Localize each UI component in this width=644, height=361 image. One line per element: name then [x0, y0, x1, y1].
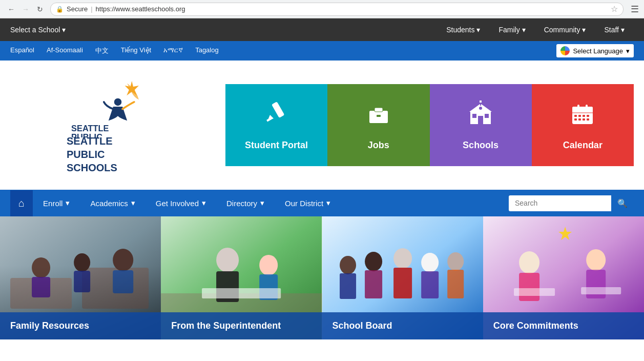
- svg-rect-5: [272, 102, 284, 118]
- academics-chevron: ▾: [131, 198, 135, 208]
- svg-point-41: [113, 249, 133, 271]
- lang-chinese[interactable]: 中文: [95, 46, 109, 55]
- our-district-chevron: ▾: [326, 198, 330, 208]
- logo-line3: SCHOOLS: [67, 161, 169, 174]
- url-separator: |: [91, 5, 92, 13]
- briefcase-icon: [364, 99, 393, 134]
- svg-rect-54: [365, 270, 382, 298]
- schools-label: Schools: [463, 140, 498, 151]
- svg-rect-52: [340, 273, 356, 299]
- search-button[interactable]: 🔍: [611, 195, 634, 211]
- svg-rect-19: [480, 101, 482, 103]
- svg-rect-29: [578, 118, 581, 121]
- top-nav-staff[interactable]: Staff ▾: [595, 19, 634, 40]
- lock-icon: 🔒: [56, 6, 64, 13]
- svg-rect-36: [82, 268, 149, 309]
- browser-chrome: ← → ↻ 🔒 Secure | https://www.seattlescho…: [0, 0, 644, 18]
- svg-rect-15: [472, 114, 476, 118]
- hero-section: SEATTLE PUBLIC SCHOOLS SEATTLE PUBLIC SC…: [0, 61, 644, 190]
- nav-get-involved[interactable]: Get Involved ▾: [146, 190, 216, 216]
- secure-label: Secure: [67, 5, 88, 13]
- sps-logo: SEATTLE PUBLIC SCHOOLS SEATTLE PUBLIC SC…: [67, 76, 169, 174]
- enroll-chevron: ▾: [66, 198, 70, 208]
- quick-access-tiles: Student Portal Jobs: [225, 84, 634, 166]
- address-bar[interactable]: 🔒 Secure | https://www.seattleschools.or…: [50, 3, 624, 16]
- lang-af-soomaali[interactable]: Af-Soomaali: [47, 46, 83, 55]
- lang-amharic[interactable]: አማርኛ: [163, 46, 183, 55]
- svg-rect-11: [377, 115, 381, 117]
- panel-family-resources: Family Resources: [0, 216, 161, 339]
- svg-point-59: [447, 252, 464, 271]
- svg-rect-35: [10, 278, 72, 309]
- panel-superintendent: From the Superintendent: [161, 216, 322, 339]
- svg-rect-28: [574, 118, 577, 121]
- svg-rect-22: [572, 110, 593, 113]
- calendar-label: Calendar: [563, 140, 603, 151]
- calendar-icon: [568, 99, 597, 134]
- svg-rect-27: [587, 115, 589, 117]
- svg-rect-63: [519, 273, 539, 301]
- svg-point-1: [114, 98, 122, 106]
- svg-text:SEATTLE: SEATTLE: [71, 124, 109, 133]
- back-button[interactable]: ←: [5, 3, 17, 15]
- school-board-label[interactable]: School Board: [322, 312, 483, 339]
- logo-section: SEATTLE PUBLIC SCHOOLS SEATTLE PUBLIC SC…: [10, 76, 225, 174]
- svg-point-53: [365, 252, 382, 271]
- pencil-icon: [262, 99, 291, 134]
- bookmark-icon[interactable]: ☆: [611, 4, 618, 14]
- svg-rect-16: [485, 114, 489, 118]
- svg-point-57: [421, 253, 439, 272]
- top-nav-community[interactable]: Community ▾: [535, 19, 595, 40]
- nav-our-district[interactable]: Our District ▾: [275, 190, 341, 216]
- google-translate-button[interactable]: Select Language ▾: [556, 44, 634, 57]
- nav-enroll[interactable]: Enroll ▾: [33, 190, 80, 216]
- home-button[interactable]: ⌂: [10, 190, 33, 216]
- core-commitments-label[interactable]: Core Commitments: [483, 312, 644, 339]
- svg-rect-32: [577, 105, 579, 109]
- tile-calendar[interactable]: Calendar: [532, 84, 634, 166]
- lang-espanol[interactable]: Español: [10, 46, 34, 55]
- svg-rect-40: [74, 271, 90, 292]
- svg-rect-14: [478, 116, 483, 124]
- svg-rect-49: [202, 288, 281, 298]
- svg-point-62: [519, 251, 539, 274]
- reload-button[interactable]: ↻: [34, 3, 46, 15]
- lang-vietnamese[interactable]: Tiếng Việt: [121, 46, 151, 55]
- svg-rect-58: [421, 271, 439, 298]
- search-wrap: 🔍: [509, 195, 634, 211]
- svg-rect-10: [375, 108, 383, 112]
- tile-student-portal[interactable]: Student Portal: [225, 84, 327, 166]
- language-bar: Español Af-Soomaali 中文 Tiếng Việt አማርኛ T…: [0, 41, 644, 61]
- svg-rect-42: [113, 270, 133, 293]
- search-icon: 🔍: [617, 198, 628, 208]
- select-language-arrow: ▾: [626, 47, 630, 55]
- forward-button[interactable]: →: [19, 3, 32, 15]
- nav-search-area: 🔍: [509, 195, 634, 211]
- search-input[interactable]: [509, 195, 611, 211]
- svg-rect-26: [583, 115, 585, 117]
- tile-jobs[interactable]: Jobs: [327, 84, 429, 166]
- nav-academics[interactable]: Academics ▾: [80, 190, 145, 216]
- svg-point-51: [340, 256, 356, 274]
- main-nav-bar: ⌂ Enroll ▾ Academics ▾ Get Involved ▾ Di…: [0, 190, 644, 216]
- svg-rect-17: [479, 107, 482, 110]
- panel-school-board: School Board: [322, 216, 483, 339]
- nav-directory[interactable]: Directory ▾: [216, 190, 275, 216]
- school-select-dropdown[interactable]: Select a School ▾: [10, 26, 66, 34]
- content-panels: Family Resources: [0, 216, 644, 339]
- svg-rect-31: [587, 118, 589, 121]
- tile-schools[interactable]: Schools: [430, 84, 532, 166]
- svg-point-47: [259, 255, 278, 275]
- svg-point-37: [32, 257, 50, 278]
- svg-point-55: [393, 248, 412, 269]
- school-select-label: Select a School: [10, 26, 60, 34]
- browser-nav-buttons: ← → ↻: [5, 3, 46, 15]
- browser-menu-icon[interactable]: ☰: [631, 4, 639, 15]
- lang-tagalog[interactable]: Tagalog: [195, 46, 219, 55]
- from-the-superintendent-label[interactable]: From the Superintendent: [161, 312, 322, 339]
- top-nav-students[interactable]: Students ▾: [437, 19, 489, 40]
- school-select-arrow: ▾: [62, 26, 66, 34]
- family-resources-label[interactable]: Family Resources: [0, 312, 161, 339]
- url-text: https://www.seattleschools.org: [96, 5, 185, 13]
- top-nav-family[interactable]: Family ▾: [489, 19, 534, 40]
